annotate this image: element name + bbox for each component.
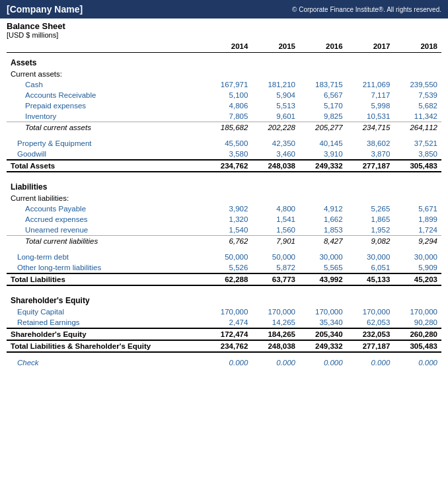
col-2016: 2016 (299, 40, 347, 53)
col-2015: 2015 (252, 40, 299, 53)
sheet-title: Balance Sheet (7, 21, 441, 31)
liabilities-header: Liabilities (7, 177, 441, 193)
col-2017: 2017 (347, 40, 394, 53)
total-current-assets-row: Total current assets 185,682 202,228 205… (7, 122, 441, 133)
header-bar: [Company Name] © Corporate Finance Insti… (0, 0, 448, 18)
unearned-row: Unearned revenue 1,540 1,560 1,853 1,952… (7, 225, 441, 236)
total-liabilities-row: Total Liabilities 62,288 63,773 43,992 4… (7, 273, 441, 285)
balance-sheet-table: 2014 2015 2016 2017 2018 Assets Current … (7, 40, 441, 368)
copyright: © Corporate Finance Institute®. All righ… (292, 6, 441, 13)
spacer5 (7, 352, 441, 357)
total-liab-equity-row: Total Liabilities & Shareholder's Equity… (7, 340, 441, 352)
spacer3 (7, 246, 441, 252)
ppe-row: Property & Equipment 45,500 42,350 40,14… (7, 138, 441, 149)
column-headers: 2014 2015 2016 2017 2018 (7, 40, 441, 53)
total-assets-row: Total Assets 234,762 248,038 249,332 277… (7, 160, 441, 172)
total-equity-row: Shareholder's Equity 172,474 184,265 205… (7, 328, 441, 340)
retained-earnings-row: Retained Earnings 2,474 14,265 35,340 62… (7, 317, 441, 328)
current-assets-header: Current assets: (7, 69, 441, 79)
accrued-row: Accrued expenses 1,320 1,541 1,662 1,865… (7, 214, 441, 225)
prepaid-row: Prepaid expenses 4,806 5,513 5,170 5,998… (7, 100, 441, 111)
inventory-row: Inventory 7,805 9,601 9,825 10,531 11,34… (7, 111, 441, 122)
cash-row: Cash 167,971 181,210 183,715 211,069 239… (7, 79, 441, 90)
ar-row: Accounts Receivable 5,100 5,904 6,567 7,… (7, 90, 441, 100)
spacer2 (7, 172, 441, 177)
spacer4 (7, 285, 441, 291)
col-2014: 2014 (205, 40, 252, 53)
spacer1 (7, 133, 441, 138)
ap-row: Accounts Payable 3,902 4,800 4,912 5,265… (7, 203, 441, 214)
current-liabilities-header: Current liabilities: (7, 193, 441, 203)
assets-header: Assets (7, 53, 441, 69)
company-name: [Company Name] (7, 4, 83, 15)
table-container: 2014 2015 2016 2017 2018 Assets Current … (0, 40, 448, 375)
total-current-liabilities-row: Total current liabilities 6,762 7,901 8,… (7, 236, 441, 247)
check-row: Check 0.000 0.000 0.000 0.000 0.000 (7, 357, 441, 368)
col-2018: 2018 (394, 40, 441, 53)
equity-header: Shareholder's Equity (7, 291, 441, 306)
col-label (7, 40, 205, 53)
other-lt-row: Other long-term liabilities 5,526 5,872 … (7, 262, 441, 273)
equity-capital-row: Equity Capital 170,000 170,000 170,000 1… (7, 306, 441, 317)
ltd-row: Long-term debt 50,000 50,000 30,000 30,0… (7, 252, 441, 262)
goodwill-row: Goodwill 3,580 3,460 3,910 3,870 3,850 (7, 149, 441, 160)
currency-note: [USD $ millions] (7, 31, 441, 39)
subheader: Balance Sheet [USD $ millions] (0, 18, 448, 40)
